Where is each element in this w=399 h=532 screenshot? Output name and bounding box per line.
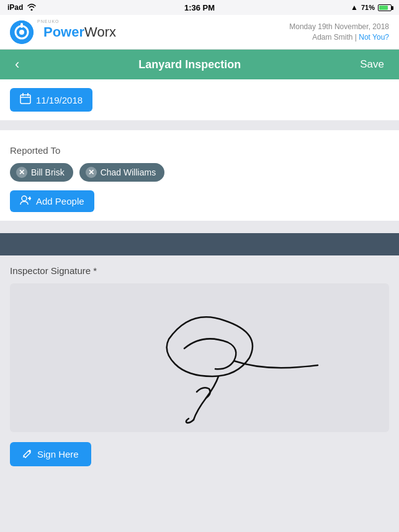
brand-bar: PNEUKO PowerWorx Monday 19th November, 2… [0, 15, 399, 50]
person-name-chad: Chad Williams [101, 167, 156, 177]
signature-section: Inspector Signature * [0, 255, 399, 476]
people-tags: ✕ Bill Brisk ✕ Chad Williams [10, 163, 389, 182]
signature-area[interactable] [10, 283, 389, 432]
logo-icon [10, 20, 34, 44]
signature-label: Inspector Signature * [10, 265, 389, 276]
spacer-2 [0, 221, 399, 233]
date-line: Monday 19th November, 2018 [289, 22, 389, 32]
wifi-icon [27, 3, 37, 12]
sign-here-label: Sign Here [37, 449, 79, 459]
status-time: 1:36 PM [184, 3, 215, 12]
calendar-icon [20, 93, 31, 107]
person-tag-bill-brisk[interactable]: ✕ Bill Brisk [10, 163, 73, 182]
brand-user-info: Monday 19th November, 2018 Adam Smith | … [289, 22, 389, 43]
svg-point-2 [19, 30, 24, 35]
person-name-bill: Bill Brisk [31, 167, 65, 177]
remove-chad-icon[interactable]: ✕ [86, 167, 97, 178]
nav-bar: ‹ Lanyard Inspection Save [0, 50, 399, 79]
not-you-link[interactable]: Not You? [359, 33, 389, 42]
page-title: Lanyard Inspection [138, 58, 241, 71]
spacer-1 [0, 120, 399, 130]
brand-power: Power [43, 24, 84, 40]
pneuko-label: PNEUKO [37, 19, 60, 24]
sign-here-button[interactable]: Sign Here [10, 442, 91, 466]
reported-to-label: Reported To [10, 145, 389, 156]
status-left: iPad [7, 3, 37, 12]
add-people-label: Add People [36, 196, 84, 206]
date-section: 11/19/2018 [0, 79, 399, 120]
separator: | [352, 33, 359, 42]
remove-bill-icon[interactable]: ✕ [16, 167, 27, 178]
svg-rect-7 [27, 93, 29, 96]
brand-name: PowerWorx [43, 24, 116, 40]
date-button[interactable]: 11/19/2018 [10, 88, 92, 112]
user-line: Adam Smith | Not You? [289, 32, 389, 43]
dark-divider-bar [0, 233, 399, 255]
brand-logo: PNEUKO PowerWorx [10, 20, 116, 44]
user-name: Adam Smith [312, 33, 352, 42]
pencil-icon [22, 448, 32, 460]
save-button[interactable]: Save [355, 56, 389, 73]
svg-rect-3 [20, 23, 23, 28]
battery-icon [378, 4, 392, 11]
status-right: ▲ 71% [351, 3, 392, 12]
signature-drawing [69, 290, 330, 426]
reported-to-section: Reported To ✕ Bill Brisk ✕ Chad Williams… [0, 130, 399, 221]
status-bar: iPad 1:36 PM ▲ 71% [0, 0, 399, 15]
svg-point-8 [22, 196, 27, 201]
add-people-button[interactable]: Add People [10, 190, 94, 212]
date-value: 11/19/2018 [36, 95, 83, 105]
svg-rect-4 [20, 95, 30, 104]
brand-worx: Worx [84, 24, 116, 40]
location-icon: ▲ [351, 3, 358, 12]
add-people-icon [20, 195, 31, 207]
ipad-label: iPad [7, 3, 23, 12]
battery-pct: 71% [361, 4, 375, 11]
back-button[interactable]: ‹ [10, 54, 24, 75]
svg-rect-6 [22, 93, 24, 96]
person-tag-chad-williams[interactable]: ✕ Chad Williams [79, 163, 164, 182]
